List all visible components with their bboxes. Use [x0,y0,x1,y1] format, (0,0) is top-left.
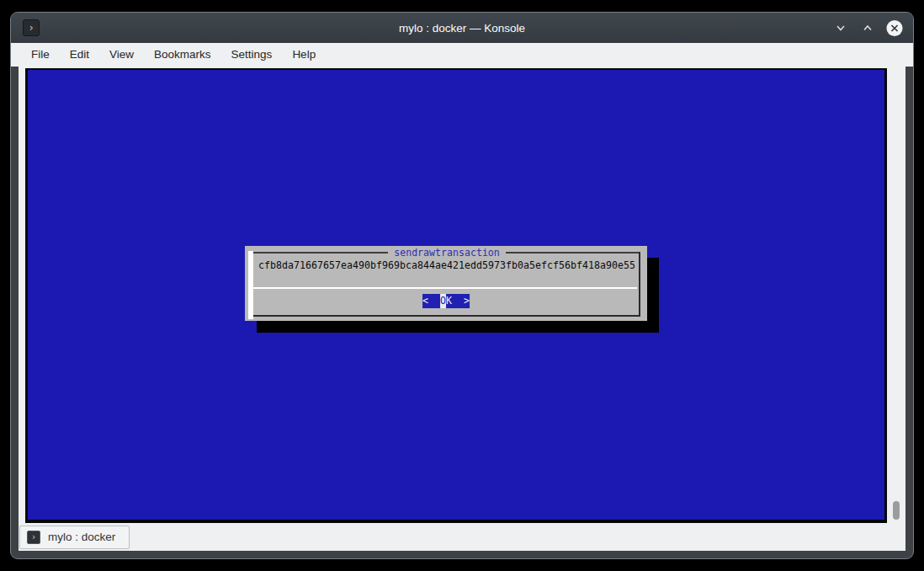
dialog-border-bottom [253,315,640,317]
ok-button-cursor-char: O [440,294,446,308]
dialog-border-line [506,252,640,253]
window-controls [832,13,903,43]
dialog-border-line [253,252,388,253]
close-button[interactable] [886,19,903,36]
ok-button-label-rest: K [446,294,452,308]
menubar: File Edit View Bookmarks Settings Help [11,43,913,67]
transaction-hash-text: cfb8da71667657ea490bf969bca844ae421edd59… [258,259,635,271]
tui-dialog-title: sendrawtransaction [388,247,506,259]
tab-bar: › mylo : docker [19,523,905,551]
titlebar[interactable]: › mylo : docker — Konsole [11,13,913,43]
konsole-app-icon-glyph: › [28,22,34,34]
menu-help[interactable]: Help [282,43,326,67]
chevron-down-icon [835,22,847,34]
ok-button[interactable]: < OK > [422,294,470,308]
maximize-button[interactable] [859,19,876,36]
dialog-separator-junction [639,286,640,291]
tab-label: mylo : docker [48,531,115,543]
close-icon [886,19,903,37]
menu-bookmarks[interactable]: Bookmarks [144,43,221,67]
chevron-up-icon [862,22,874,34]
dialog-border-right [639,252,640,317]
dialog-separator [253,287,637,289]
menu-edit[interactable]: Edit [60,43,99,67]
terminal-screen[interactable]: sendrawtransaction cfb8da71667657ea490bf… [25,68,887,523]
scrollbar-thumb[interactable] [893,501,900,520]
tui-dialog: sendrawtransaction cfb8da71667657ea490bf… [245,246,647,321]
terminal-tab-icon: › [27,531,40,544]
terminal-tab-icon-glyph: › [31,532,36,542]
window-title: mylo : docker — Konsole [11,22,913,35]
konsole-app-icon: › [23,19,40,36]
scrollbar-track[interactable] [887,68,905,523]
ok-button-prefix: < [422,294,440,308]
terminal-container: sendrawtransaction cfb8da71667657ea490bf… [19,67,905,551]
menu-view[interactable]: View [99,43,144,67]
menu-file[interactable]: File [21,43,60,67]
terminal-row: sendrawtransaction cfb8da71667657ea490bf… [19,67,905,523]
menu-settings[interactable]: Settings [221,43,283,67]
tui-dialog-titlebar: sendrawtransaction [253,247,640,259]
tab-mylo-docker[interactable]: › mylo : docker [19,526,130,549]
minimize-button[interactable] [832,19,849,36]
konsole-window: › mylo : docker — Konsole F [10,12,914,559]
dialog-border-left [248,251,253,319]
ok-button-suffix: > [452,294,470,308]
